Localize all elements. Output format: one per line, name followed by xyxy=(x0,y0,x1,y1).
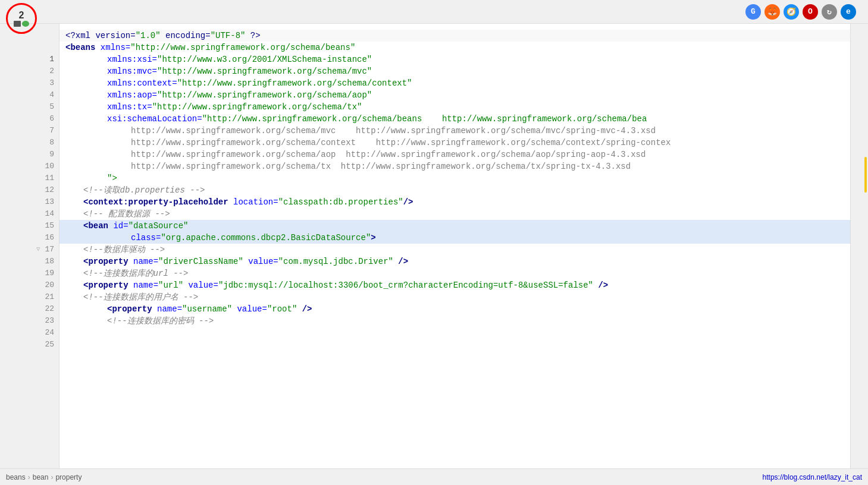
line-number-25: 25 xyxy=(36,339,54,351)
line-number-22: 22 xyxy=(36,303,54,315)
opera-icon[interactable]: O xyxy=(803,4,818,20)
code-line-12: http://www.springframework.org/schema/tx… xyxy=(59,160,850,172)
line-number-24: 24 xyxy=(36,327,54,339)
line-number-19: 19 xyxy=(36,267,54,279)
code-line-5: xmlns:context="http://www.springframewor… xyxy=(59,77,850,89)
line-number-3: 3 xyxy=(36,77,54,89)
code-line-7: xmlns:tx="http://www.springframework.org… xyxy=(59,101,850,113)
code-line-24: <property name="username" value="root" /… xyxy=(59,303,850,315)
code-line-23: <!--连接数据库的用户名 --> xyxy=(59,291,850,303)
refresh-icon[interactable]: ↻ xyxy=(822,4,837,20)
line-number-4: 4 xyxy=(36,89,54,101)
editor-area: 2 1 2 3 4 5 6 7 8 9 10 11 12 13 14 15 xyxy=(0,24,868,468)
line-number-7: 7 xyxy=(36,125,54,137)
safari-icon[interactable]: 🧭 xyxy=(784,4,799,20)
breadcrumb-item-property: property xyxy=(55,473,82,481)
line-number-9: 9 xyxy=(36,149,54,160)
code-line-14: <!--读取db.properties --> xyxy=(59,184,850,196)
code-line-1: <?xml version="1.0" encoding="UTF-8" ?> xyxy=(59,30,850,42)
code-line-11: http://www.springframework.org/schema/ao… xyxy=(59,149,850,160)
code-line-4: xmlns:mvc="http://www.springframework.or… xyxy=(59,65,850,77)
status-url: https://blog.csdn.net/lazy_it_cat xyxy=(763,473,862,481)
code-line-16: <!-- 配置数据源 --> xyxy=(59,208,850,220)
code-line-6: xmlns:aop="http://www.springframework.or… xyxy=(59,89,850,101)
line-number-15: 15 xyxy=(36,220,54,232)
fold-button-17[interactable]: ▽ xyxy=(36,244,40,256)
icon-box-2 xyxy=(22,24,29,27)
line-number-6: 6 xyxy=(36,113,54,125)
line-number-12: 12 xyxy=(36,184,54,196)
code-line-17: <bean id="dataSource" xyxy=(59,220,850,232)
line-number-11: 11 xyxy=(36,172,54,184)
status-bar: beans › bean › property https://blog.csd… xyxy=(0,468,868,485)
code-line-22: <property name="url" value="jdbc:mysql:/… xyxy=(59,279,850,291)
code-line-10: http://www.springframework.org/schema/co… xyxy=(59,137,850,149)
code-line-8: xsi:schemaLocation="http://www.springfra… xyxy=(59,113,850,125)
right-scroll-panel[interactable] xyxy=(850,24,868,468)
line-number-17: ▽17 xyxy=(36,244,54,256)
edge-icon[interactable]: e xyxy=(841,4,856,20)
firefox-icon[interactable]: 🦊 xyxy=(764,4,780,20)
line-number-5: 5 xyxy=(36,101,54,113)
code-line-19: <!--数据库驱动 --> xyxy=(59,244,850,256)
line-number-18: 18 xyxy=(36,256,54,267)
line-number-23: 23 xyxy=(36,315,54,327)
breadcrumb-item-bean: bean xyxy=(33,473,49,481)
code-line-9: http://www.springframework.org/schema/mv… xyxy=(59,125,850,137)
line-number-16: 16 xyxy=(36,232,54,244)
chrome-icon[interactable]: G xyxy=(745,4,761,20)
code-line-20: <property name="driverClassName" value="… xyxy=(59,256,850,267)
icon-box-1 xyxy=(14,24,21,27)
badge-circle: 2 xyxy=(6,24,37,34)
line-number-8: 8 xyxy=(36,137,54,149)
code-area[interactable]: <?xml version="1.0" encoding="UTF-8" ?> … xyxy=(59,24,850,468)
line-number-2: 2 xyxy=(36,65,54,77)
browser-icons: G 🦊 🧭 O ↻ e xyxy=(745,4,856,20)
code-line-18: class="org.apache.commons.dbcp2.BasicDat… xyxy=(59,232,850,244)
code-line-15: <context:property-placeholder location="… xyxy=(59,196,850,208)
line-number-13: 13 xyxy=(36,196,54,208)
code-line-25: <!--连接数据库的密码 --> xyxy=(59,315,850,327)
breadcrumb: beans › bean › property xyxy=(6,473,82,481)
line-number-1: 1 xyxy=(36,53,54,65)
code-line-2: <beans xmlns="http://www.springframework… xyxy=(59,42,850,53)
breadcrumb-item-beans: beans xyxy=(6,473,26,481)
code-line-3: xmlns:xsi="http://www.w3.org/2001/XMLSch… xyxy=(59,53,850,65)
scroll-indicator xyxy=(864,157,867,193)
line-gutter: 2 1 2 3 4 5 6 7 8 9 10 11 12 13 14 15 xyxy=(0,24,59,468)
line-number-10: 10 xyxy=(36,160,54,172)
line-number-20: 20 xyxy=(36,279,54,291)
code-line-21: <!--连接数据库的url --> xyxy=(59,267,850,279)
line-numbers: 1 2 3 4 5 6 7 8 9 10 11 12 13 14 15 16 ▽… xyxy=(0,48,59,351)
top-bar: G 🦊 🧭 O ↻ e xyxy=(0,0,868,24)
code-line-13: "> xyxy=(59,172,850,184)
line-number-21: 21 xyxy=(36,291,54,303)
line-number-14: 14 xyxy=(36,208,54,220)
